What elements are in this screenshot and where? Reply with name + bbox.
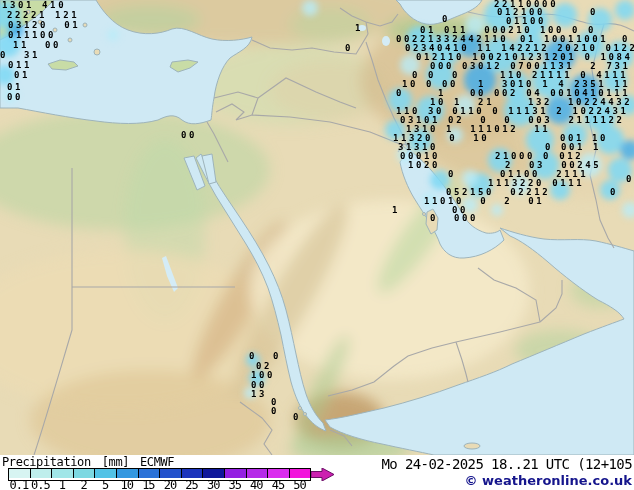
precip-cell <box>455 95 475 115</box>
precip-cell <box>397 147 413 163</box>
scale-label-40: 40 <box>246 478 268 490</box>
precip-cell <box>249 370 265 386</box>
scale-segment-45 <box>268 469 290 478</box>
timestamp-block: Mo 24-02-2025 18..21 UTC (12+105 © weath… <box>381 456 632 488</box>
precip-cell <box>244 387 256 399</box>
precip-cell <box>458 33 482 57</box>
precip-cell <box>521 6 549 34</box>
precip-cell <box>526 126 554 154</box>
scale-label-25: 25 <box>181 478 203 490</box>
scale-label-30: 30 <box>202 478 224 490</box>
precip-cell <box>8 22 24 38</box>
precip-cell <box>416 96 444 124</box>
precip-cell <box>462 197 478 213</box>
scale-label-45: 45 <box>267 478 289 490</box>
precip-cell <box>531 151 559 179</box>
precip-cell <box>563 123 587 147</box>
scale-segment-0.5 <box>31 469 53 478</box>
rhodes-island <box>94 49 100 55</box>
scale-segment-40 <box>247 469 269 478</box>
weather-map-page: 1301 41022221 12103120 0101110011 000 31… <box>0 0 634 490</box>
scale-segment-35 <box>225 469 247 478</box>
precip-cell <box>422 192 438 208</box>
precip-cell <box>578 153 602 177</box>
precip-cell <box>388 88 412 112</box>
scale-segment-50 <box>290 469 311 478</box>
precip-cell <box>576 31 604 59</box>
precip-cell <box>596 126 624 154</box>
precip-cell <box>504 94 536 126</box>
scale-label-10: 10 <box>116 478 138 490</box>
precip-cell <box>107 29 119 41</box>
lake-urmia <box>382 36 390 46</box>
scale-label-20: 20 <box>159 478 181 490</box>
scale-label-1: 1 <box>51 478 73 490</box>
precip-cell <box>447 127 463 143</box>
scale-segment-30 <box>203 469 225 478</box>
scale-segment-25 <box>182 469 204 478</box>
precip-cell <box>462 170 478 186</box>
precip-cell <box>488 148 512 172</box>
precip-cell <box>608 158 632 182</box>
scale-segment-20 <box>160 469 182 478</box>
precip-cell <box>553 3 577 27</box>
legend-model: ECMWF <box>140 455 174 468</box>
scale-segment-2 <box>74 469 96 478</box>
precip-cell <box>408 128 432 152</box>
scale-label-0.5: 0.5 <box>30 478 52 490</box>
scale-segment-1 <box>52 469 74 478</box>
precip-cell <box>464 64 496 96</box>
precipitation-map: 1301 41022221 12103120 0101110011 000 31… <box>0 0 634 455</box>
precip-cell <box>491 204 503 216</box>
legend-title: Precipitation <box>2 455 91 468</box>
dahlak-island <box>299 407 302 410</box>
scale-segment-0.1 <box>9 469 31 478</box>
legend-bar: Precipitation [mm] ECMWF 0.10.5125101520… <box>0 455 634 490</box>
precip-cell <box>302 0 318 16</box>
color-scale-labels: 0.10.5125101520253035404550 <box>8 478 310 490</box>
dahlak-island <box>304 413 307 416</box>
precip-cell <box>429 34 461 66</box>
legend-title-row: Precipitation [mm] ECMWF <box>2 455 174 468</box>
scale-label-15: 15 <box>138 478 160 490</box>
precip-cell <box>2 87 18 103</box>
precip-cell <box>510 175 530 195</box>
precip-cell <box>430 170 450 190</box>
datetime-text: Mo 24-02-2025 18..21 UTC (12+105 <box>381 456 632 472</box>
precip-cell <box>385 120 405 140</box>
scale-label-5: 5 <box>94 478 116 490</box>
copyright-link[interactable]: © weatheronline.co.uk <box>381 473 632 488</box>
legend-unit: [mm] <box>102 455 129 468</box>
precip-cell <box>606 41 634 69</box>
scale-label-0.1: 0.1 <box>8 478 30 490</box>
precip-cell <box>516 31 544 59</box>
precip-cell <box>603 68 627 92</box>
precip-cell <box>465 15 485 35</box>
scale-label-35: 35 <box>224 478 246 490</box>
precip-cell <box>400 55 420 75</box>
map-canvas <box>0 0 634 455</box>
scale-arrow-icon <box>311 468 335 481</box>
scale-segment-5 <box>95 469 117 478</box>
scale-segment-10 <box>117 469 139 478</box>
precip-cell <box>426 61 454 89</box>
aegean-island <box>26 10 30 14</box>
aegean-island <box>38 20 42 24</box>
precip-cell <box>532 62 568 98</box>
scale-label-50: 50 <box>289 478 311 490</box>
aegean-island <box>83 23 87 27</box>
aegean-island <box>53 28 57 32</box>
socotra-island <box>464 443 480 449</box>
precip-cell <box>550 180 570 200</box>
bahrain-island <box>423 213 426 216</box>
lake-van <box>358 25 366 31</box>
precip-cell <box>484 0 516 31</box>
scale-label-2: 2 <box>73 478 95 490</box>
precip-cell <box>246 353 260 367</box>
aegean-island <box>68 38 72 42</box>
precip-cell <box>588 8 612 32</box>
scale-segment-15 <box>139 469 161 478</box>
precip-cell <box>546 96 574 124</box>
precip-cell <box>600 180 620 200</box>
